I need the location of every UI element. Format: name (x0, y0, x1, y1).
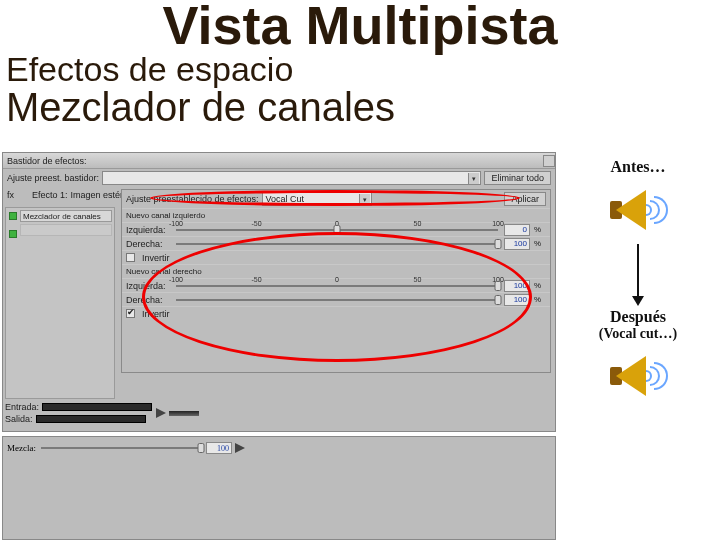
status-dot-icon (9, 212, 17, 220)
unit-label: % (534, 281, 546, 290)
slider-value[interactable]: 100 (504, 280, 530, 292)
section-title: Nuevo canal izquierdo (126, 211, 205, 220)
unit-label: % (534, 295, 546, 304)
tick: -100 (169, 276, 183, 283)
invert-checkbox[interactable] (126, 253, 135, 262)
despues-label-1: Después (564, 308, 712, 326)
apply-label: Aplicar (511, 194, 539, 204)
tick: -100 (169, 220, 183, 227)
volume-bar-icon (169, 411, 199, 416)
section-title: Nuevo canal derecho (126, 267, 202, 276)
unit-label: % (534, 239, 546, 248)
invert-label: Invertir (142, 309, 170, 319)
remove-all-label: Eliminar todo (491, 173, 544, 183)
mix-strip: Mezcla: 100 (2, 436, 556, 540)
despues-label-2: (Vocal cut…) (564, 326, 712, 342)
mix-slider[interactable] (41, 447, 201, 449)
slider-row-right-r: Derecha: 100 % (122, 292, 550, 306)
window-titlebar: Bastidor de efectos: (3, 153, 555, 169)
speaker-icon (235, 443, 245, 453)
sidebar-item-mixer[interactable]: Mezclador de canales (20, 210, 112, 222)
slider-track[interactable]: -100 -50 0 50 100 (176, 285, 498, 287)
slider-knob[interactable] (495, 295, 502, 305)
slider-knob[interactable] (495, 239, 502, 249)
slider-track[interactable]: -100 -50 0 50 100 (176, 229, 498, 231)
tick: 100 (492, 220, 504, 227)
rack-preset-row: Ajuste preest. bastidor: Eliminar todo (3, 169, 555, 187)
input-meter-label: Entrada: (5, 402, 39, 412)
slider-value[interactable]: 100 (504, 294, 530, 306)
window-bottom-bar: Entrada: Salida: (5, 397, 551, 429)
tick: 0 (335, 276, 339, 283)
tick: 50 (414, 220, 422, 227)
arrow-down-icon (637, 244, 639, 304)
slider-label: Izquierda: (126, 281, 170, 291)
invert-row-2: Invertir (122, 306, 550, 320)
slider-row-left-r: Derecha: 100 % (122, 236, 550, 250)
tick: 50 (414, 276, 422, 283)
input-meter (42, 403, 152, 411)
fx-label: fx (7, 190, 29, 200)
slider-track[interactable] (176, 299, 498, 301)
screenshot-container: Bastidor de efectos: Ajuste preest. bast… (2, 152, 556, 540)
chevron-down-icon (468, 173, 479, 184)
mix-value[interactable]: 100 (206, 442, 232, 454)
antes-label: Antes… (564, 158, 712, 176)
slide-subtitle-2: Mezclador de canales (6, 85, 720, 130)
before-after-column: Antes… Después (Vocal cut…) (564, 158, 712, 410)
close-icon[interactable] (543, 155, 555, 167)
unit-label: % (534, 225, 546, 234)
mix-label: Mezcla: (7, 443, 36, 453)
slider-label: Derecha: (126, 239, 170, 249)
rack-preset-label: Ajuste preest. bastidor: (7, 173, 99, 183)
invert-checkbox[interactable] (126, 309, 135, 318)
output-meter-label: Salida: (5, 414, 33, 424)
speaker-icon (608, 346, 668, 406)
sidebar-item-empty[interactable] (20, 224, 112, 236)
slider-track[interactable] (176, 243, 498, 245)
tick: -50 (251, 220, 261, 227)
chevron-down-icon (359, 194, 370, 205)
speaker-icon (156, 408, 166, 418)
panel-preset-value: Vocal Cut (266, 194, 305, 204)
slider-knob[interactable] (334, 225, 341, 235)
remove-all-button[interactable]: Eliminar todo (484, 171, 551, 185)
mixer-panel: Ajuste preestablecido de efectos: Vocal … (121, 189, 551, 373)
sidebar-item-label: Mezclador de canales (23, 212, 101, 221)
tick: -50 (251, 276, 261, 283)
io-volume[interactable] (156, 408, 199, 418)
slider-label: Izquierda: (126, 225, 170, 235)
panel-preset-label: Ajuste preestablecido de efectos: (126, 194, 259, 204)
invert-label: Invertir (142, 253, 170, 263)
slider-label: Derecha: (126, 295, 170, 305)
effects-window: Bastidor de efectos: Ajuste preest. bast… (2, 152, 556, 432)
output-meter (36, 415, 146, 423)
slider-row-right-l: Izquierda: -100 -50 0 50 100 100 % (122, 278, 550, 292)
speaker-icon (608, 180, 668, 240)
slider-knob[interactable] (197, 443, 204, 453)
apply-button[interactable]: Aplicar (504, 192, 546, 206)
effects-list-sidebar: Mezclador de canales (5, 207, 115, 399)
panel-preset-row: Ajuste preestablecido de efectos: Vocal … (122, 190, 550, 208)
slider-row-left-l: Izquierda: -100 -50 0 50 100 0 % (122, 222, 550, 236)
slide-title: Vista Multipista (0, 0, 720, 56)
panel-preset-dropdown[interactable]: Vocal Cut (262, 192, 372, 206)
invert-row-1: Invertir (122, 250, 550, 264)
slider-value[interactable]: 0 (504, 224, 530, 236)
slider-value[interactable]: 100 (504, 238, 530, 250)
mix-row: Mezcla: 100 (3, 437, 555, 455)
rack-preset-dropdown[interactable] (102, 171, 481, 185)
slider-knob[interactable] (495, 281, 502, 291)
window-title: Bastidor de efectos: (7, 156, 87, 166)
effect-slot-label: Efecto 1: (32, 190, 68, 200)
mix-speaker[interactable] (235, 443, 245, 453)
status-dot-icon (9, 230, 17, 238)
